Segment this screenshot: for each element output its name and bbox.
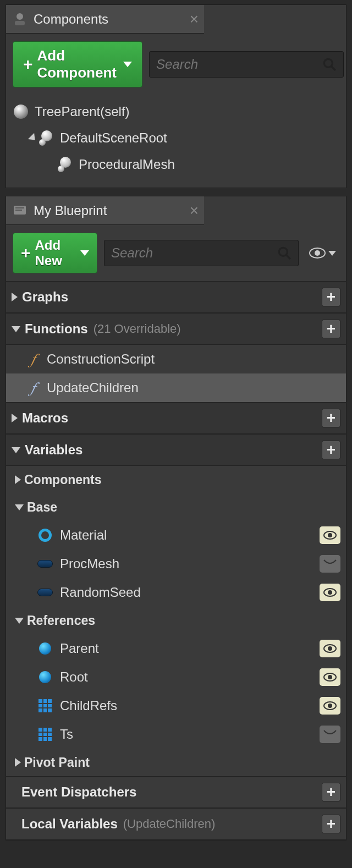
- section-lv-subtitle: (UpdateChildren): [123, 817, 216, 831]
- caret-down-icon: [328, 251, 336, 256]
- add-new-label: Add New: [35, 238, 74, 268]
- section-functions[interactable]: Functions (21 Overridable) +: [6, 313, 346, 345]
- component-ref-icon: [37, 585, 53, 600]
- chevron-down-icon: [12, 326, 20, 332]
- components-panel: Components × + Add Component TreeParent(…: [6, 4, 346, 188]
- section-functions-subtitle: (21 Overridable): [94, 322, 181, 336]
- var-randomseed[interactable]: RandomSeed: [6, 578, 346, 607]
- var-label: Material: [60, 528, 107, 543]
- array-icon: [37, 699, 53, 713]
- var-ts[interactable]: Ts: [6, 720, 346, 749]
- caret-down-icon: [80, 250, 89, 256]
- var-label: RandomSeed: [60, 585, 141, 600]
- var-root[interactable]: Root: [6, 663, 346, 691]
- function-update-children[interactable]: 𝑓 UpdateChildren: [6, 373, 346, 402]
- svg-point-12: [328, 533, 332, 537]
- svg-point-14: [328, 590, 332, 595]
- add-function-button[interactable]: +: [322, 320, 340, 338]
- components-tab[interactable]: Components ×: [6, 5, 204, 34]
- svg-point-10: [315, 250, 320, 256]
- visibility-toggle[interactable]: [320, 668, 340, 686]
- section-local-variables[interactable]: Local Variables (UpdateChildren) +: [6, 808, 346, 840]
- blueprint-tab-title: My Blueprint: [34, 203, 107, 218]
- function-label: ConstructionScript: [47, 351, 155, 367]
- section-macros[interactable]: Macros +: [6, 402, 346, 434]
- add-macro-button[interactable]: +: [322, 409, 340, 427]
- actor-icon: [14, 105, 28, 119]
- section-lv-title: Local Variables: [21, 816, 118, 832]
- chevron-down-icon: [12, 447, 20, 453]
- function-icon: 𝑓: [25, 350, 41, 369]
- add-variable-button[interactable]: +: [322, 441, 340, 459]
- search-icon: [277, 246, 292, 260]
- components-search-input[interactable]: [156, 57, 322, 72]
- var-group-label: Components: [24, 473, 102, 487]
- function-label: UpdateChildren: [47, 380, 139, 395]
- var-parent[interactable]: Parent: [6, 634, 346, 663]
- tree-proc-mesh[interactable]: ProceduralMesh: [14, 151, 338, 178]
- close-icon[interactable]: ×: [190, 10, 199, 28]
- svg-line-8: [286, 255, 290, 259]
- scene-component-icon: [58, 157, 73, 172]
- var-group-base[interactable]: Base: [6, 493, 346, 521]
- visibility-toggle[interactable]: [320, 726, 340, 743]
- var-group-label: References: [27, 613, 95, 628]
- blueprint-search-input[interactable]: [111, 245, 277, 261]
- var-procmesh[interactable]: ProcMesh: [6, 550, 346, 578]
- component-ref-icon: [37, 557, 53, 571]
- function-icon: 𝑓: [25, 379, 41, 397]
- var-group-pivot-paint[interactable]: Pivot Paint: [6, 749, 346, 776]
- add-event-dispatcher-button[interactable]: +: [322, 783, 340, 801]
- var-label: ChildRefs: [60, 698, 117, 713]
- var-group-components[interactable]: Components: [6, 466, 346, 493]
- blueprint-toolbar: + Add New: [6, 225, 346, 281]
- var-label: ProcMesh: [60, 556, 119, 572]
- plus-icon: +: [21, 245, 31, 261]
- visibility-toggle[interactable]: [320, 526, 340, 544]
- visibility-toggle[interactable]: [320, 555, 340, 573]
- tree-root-self[interactable]: TreeParent(self): [14, 98, 338, 125]
- tree-root-label: TreeParent(self): [35, 104, 130, 119]
- view-options-button[interactable]: [305, 247, 339, 259]
- object-ref-icon: [37, 528, 53, 542]
- close-icon[interactable]: ×: [190, 202, 199, 219]
- components-toolbar: + Add Component: [6, 34, 346, 95]
- svg-point-0: [16, 13, 23, 20]
- svg-rect-1: [15, 21, 25, 25]
- add-local-variable-button[interactable]: +: [322, 815, 340, 833]
- proc-mesh-label: ProceduralMesh: [79, 157, 175, 172]
- visibility-toggle[interactable]: [320, 697, 340, 715]
- scene-component-icon: [39, 130, 54, 146]
- chevron-right-icon: [15, 758, 21, 767]
- svg-point-2: [324, 59, 332, 67]
- section-ed-title: Event Dispatchers: [21, 784, 136, 800]
- blueprint-search[interactable]: [104, 240, 299, 266]
- var-material[interactable]: Material: [6, 521, 346, 550]
- components-tab-icon: [12, 11, 28, 28]
- svg-line-3: [331, 66, 336, 70]
- chevron-right-icon: [12, 414, 18, 422]
- object-icon: [37, 670, 53, 684]
- section-graphs[interactable]: Graphs +: [6, 281, 346, 313]
- var-group-label: Pivot Paint: [24, 755, 90, 770]
- components-search[interactable]: [149, 51, 344, 78]
- visibility-toggle[interactable]: [320, 584, 340, 601]
- tree-scene-root[interactable]: DefaultSceneRoot: [14, 125, 338, 151]
- my-blueprint-tab[interactable]: My Blueprint ×: [6, 196, 204, 225]
- section-variables[interactable]: Variables +: [6, 434, 346, 466]
- svg-point-18: [328, 675, 332, 679]
- add-component-button[interactable]: + Add Component: [13, 41, 142, 87]
- chevron-right-icon: [12, 293, 18, 301]
- var-childrefs[interactable]: ChildRefs: [6, 691, 346, 720]
- add-new-button[interactable]: + Add New: [13, 233, 97, 273]
- function-construction-script[interactable]: 𝑓 ConstructionScript: [6, 345, 346, 373]
- add-graph-button[interactable]: +: [322, 288, 340, 306]
- svg-point-7: [279, 248, 287, 256]
- plus-icon: +: [23, 56, 33, 73]
- caret-down-icon: [123, 62, 132, 67]
- components-tab-title: Components: [34, 12, 108, 27]
- var-group-references[interactable]: References: [6, 607, 346, 634]
- visibility-toggle[interactable]: [320, 640, 340, 657]
- section-event-dispatchers[interactable]: Event Dispatchers +: [6, 776, 346, 808]
- search-icon: [322, 57, 337, 72]
